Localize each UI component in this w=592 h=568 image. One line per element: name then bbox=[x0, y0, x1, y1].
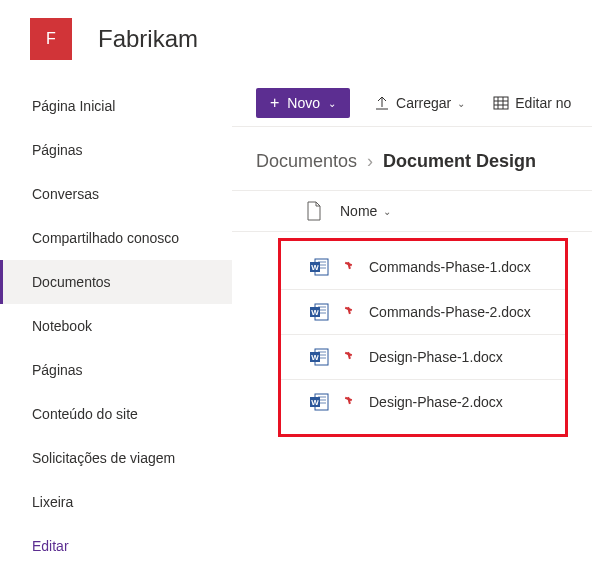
sidebar-item-documents[interactable]: Documentos bbox=[0, 260, 232, 304]
command-bar: + Novo ⌄ Carregar ⌄ Editar no bbox=[232, 80, 592, 127]
sidebar-item-shared[interactable]: Compartilhado conosco bbox=[0, 216, 232, 260]
new-badge-icon bbox=[343, 351, 355, 363]
edit-grid-label: Editar no bbox=[515, 95, 571, 111]
breadcrumb-root[interactable]: Documentos bbox=[256, 151, 357, 172]
chevron-right-icon: › bbox=[367, 151, 373, 172]
word-doc-icon: W bbox=[309, 302, 329, 322]
upload-button-label: Carregar bbox=[396, 95, 451, 111]
sidebar-item-conversations[interactable]: Conversas bbox=[0, 172, 232, 216]
file-name[interactable]: Commands-Phase-2.docx bbox=[369, 304, 531, 320]
new-button-label: Novo bbox=[287, 95, 320, 111]
upload-icon bbox=[374, 95, 390, 111]
word-doc-icon: W bbox=[309, 392, 329, 412]
file-name[interactable]: Design-Phase-1.docx bbox=[369, 349, 503, 365]
sidebar-item-pages[interactable]: Páginas bbox=[0, 128, 232, 172]
breadcrumb: Documentos › Document Design bbox=[232, 127, 592, 190]
file-name[interactable]: Design-Phase-2.docx bbox=[369, 394, 503, 410]
chevron-down-icon: ⌄ bbox=[457, 98, 465, 109]
grid-icon bbox=[493, 95, 509, 111]
sidebar-item-pages2[interactable]: Páginas bbox=[0, 348, 232, 392]
file-row[interactable]: W Commands-Phase-1.docx bbox=[281, 245, 565, 290]
list-header: Nome ⌄ bbox=[232, 190, 592, 232]
new-button[interactable]: + Novo ⌄ bbox=[256, 88, 350, 118]
word-doc-icon: W bbox=[309, 347, 329, 367]
edit-grid-button[interactable]: Editar no bbox=[489, 89, 575, 117]
file-row[interactable]: W Design-Phase-1.docx bbox=[281, 335, 565, 380]
sidebar-item-recyclebin[interactable]: Lixeira bbox=[0, 480, 232, 524]
svg-text:W: W bbox=[311, 308, 319, 317]
upload-button[interactable]: Carregar ⌄ bbox=[370, 89, 469, 117]
svg-text:W: W bbox=[311, 263, 319, 272]
breadcrumb-current: Document Design bbox=[383, 151, 536, 172]
sidebar-nav: Página Inicial Páginas Conversas Compart… bbox=[0, 80, 232, 568]
svg-rect-0 bbox=[494, 97, 508, 109]
sidebar-item-sitecontent[interactable]: Conteúdo do site bbox=[0, 392, 232, 436]
new-badge-icon bbox=[343, 306, 355, 318]
sidebar-item-notebook[interactable]: Notebook bbox=[0, 304, 232, 348]
svg-text:W: W bbox=[311, 398, 319, 407]
sidebar-edit-link[interactable]: Editar bbox=[0, 524, 232, 568]
main-content: + Novo ⌄ Carregar ⌄ Editar no Documentos… bbox=[232, 80, 592, 568]
chevron-down-icon: ⌄ bbox=[383, 206, 391, 217]
site-logo[interactable]: F bbox=[30, 18, 72, 60]
site-title[interactable]: Fabrikam bbox=[98, 25, 198, 53]
file-row[interactable]: W Design-Phase-2.docx bbox=[281, 380, 565, 424]
site-header: F Fabrikam bbox=[0, 0, 592, 80]
file-row[interactable]: W Commands-Phase-2.docx bbox=[281, 290, 565, 335]
word-doc-icon: W bbox=[309, 257, 329, 277]
svg-text:W: W bbox=[311, 353, 319, 362]
sidebar-item-travel[interactable]: Solicitações de viagem bbox=[0, 436, 232, 480]
file-name[interactable]: Commands-Phase-1.docx bbox=[369, 259, 531, 275]
chevron-down-icon: ⌄ bbox=[328, 98, 336, 109]
new-badge-icon bbox=[343, 396, 355, 408]
new-badge-icon bbox=[343, 261, 355, 273]
column-header-name[interactable]: Nome ⌄ bbox=[340, 203, 391, 219]
column-header-name-label: Nome bbox=[340, 203, 377, 219]
sidebar-item-home[interactable]: Página Inicial bbox=[0, 84, 232, 128]
file-type-icon bbox=[306, 201, 322, 221]
plus-icon: + bbox=[270, 95, 279, 111]
highlight-annotation: W Commands-Phase-1.docx W Commands-Phase… bbox=[278, 238, 568, 437]
